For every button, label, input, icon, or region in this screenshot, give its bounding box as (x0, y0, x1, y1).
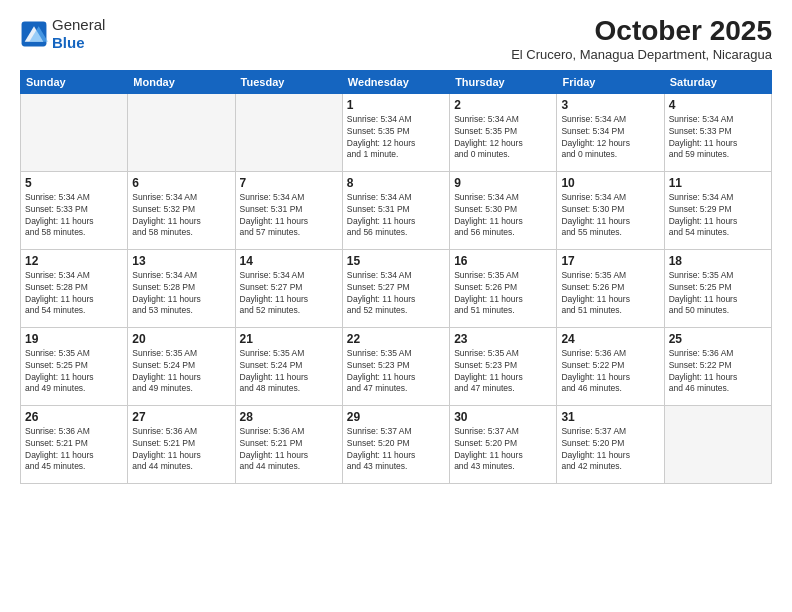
calendar-cell: 27Sunrise: 5:36 AM Sunset: 5:21 PM Dayli… (128, 405, 235, 483)
day-info: Sunrise: 5:34 AM Sunset: 5:34 PM Dayligh… (561, 114, 659, 162)
header: General Blue October 2025 El Crucero, Ma… (20, 16, 772, 62)
logo-icon (20, 20, 48, 48)
calendar-cell: 10Sunrise: 5:34 AM Sunset: 5:30 PM Dayli… (557, 171, 664, 249)
location: El Crucero, Managua Department, Nicaragu… (511, 47, 772, 62)
day-number: 9 (454, 176, 552, 190)
day-number: 4 (669, 98, 767, 112)
day-info: Sunrise: 5:34 AM Sunset: 5:29 PM Dayligh… (669, 192, 767, 240)
calendar-week-1: 1Sunrise: 5:34 AM Sunset: 5:35 PM Daylig… (21, 93, 772, 171)
calendar-header-saturday: Saturday (664, 70, 771, 93)
calendar-cell: 9Sunrise: 5:34 AM Sunset: 5:30 PM Daylig… (450, 171, 557, 249)
calendar-week-3: 12Sunrise: 5:34 AM Sunset: 5:28 PM Dayli… (21, 249, 772, 327)
day-info: Sunrise: 5:35 AM Sunset: 5:23 PM Dayligh… (347, 348, 445, 396)
day-number: 8 (347, 176, 445, 190)
day-number: 10 (561, 176, 659, 190)
day-info: Sunrise: 5:34 AM Sunset: 5:35 PM Dayligh… (454, 114, 552, 162)
calendar-header-row: SundayMondayTuesdayWednesdayThursdayFrid… (21, 70, 772, 93)
calendar-week-2: 5Sunrise: 5:34 AM Sunset: 5:33 PM Daylig… (21, 171, 772, 249)
day-number: 11 (669, 176, 767, 190)
calendar-header-friday: Friday (557, 70, 664, 93)
calendar-header-tuesday: Tuesday (235, 70, 342, 93)
day-info: Sunrise: 5:34 AM Sunset: 5:31 PM Dayligh… (347, 192, 445, 240)
calendar-cell: 19Sunrise: 5:35 AM Sunset: 5:25 PM Dayli… (21, 327, 128, 405)
calendar-cell (664, 405, 771, 483)
calendar-header-wednesday: Wednesday (342, 70, 449, 93)
calendar-cell: 12Sunrise: 5:34 AM Sunset: 5:28 PM Dayli… (21, 249, 128, 327)
calendar-cell (235, 93, 342, 171)
calendar-header-thursday: Thursday (450, 70, 557, 93)
page: General Blue October 2025 El Crucero, Ma… (0, 0, 792, 612)
day-info: Sunrise: 5:35 AM Sunset: 5:24 PM Dayligh… (132, 348, 230, 396)
calendar-table: SundayMondayTuesdayWednesdayThursdayFrid… (20, 70, 772, 484)
calendar-cell: 2Sunrise: 5:34 AM Sunset: 5:35 PM Daylig… (450, 93, 557, 171)
calendar-cell (128, 93, 235, 171)
day-info: Sunrise: 5:34 AM Sunset: 5:28 PM Dayligh… (132, 270, 230, 318)
day-info: Sunrise: 5:37 AM Sunset: 5:20 PM Dayligh… (347, 426, 445, 474)
calendar-cell: 4Sunrise: 5:34 AM Sunset: 5:33 PM Daylig… (664, 93, 771, 171)
calendar-header-monday: Monday (128, 70, 235, 93)
day-number: 6 (132, 176, 230, 190)
calendar-cell: 26Sunrise: 5:36 AM Sunset: 5:21 PM Dayli… (21, 405, 128, 483)
month-title: October 2025 (511, 16, 772, 47)
day-info: Sunrise: 5:34 AM Sunset: 5:30 PM Dayligh… (454, 192, 552, 240)
day-number: 29 (347, 410, 445, 424)
day-info: Sunrise: 5:34 AM Sunset: 5:27 PM Dayligh… (347, 270, 445, 318)
calendar-cell: 23Sunrise: 5:35 AM Sunset: 5:23 PM Dayli… (450, 327, 557, 405)
day-number: 18 (669, 254, 767, 268)
calendar-cell: 25Sunrise: 5:36 AM Sunset: 5:22 PM Dayli… (664, 327, 771, 405)
calendar-cell: 8Sunrise: 5:34 AM Sunset: 5:31 PM Daylig… (342, 171, 449, 249)
calendar-cell: 11Sunrise: 5:34 AM Sunset: 5:29 PM Dayli… (664, 171, 771, 249)
day-number: 17 (561, 254, 659, 268)
logo: General Blue (20, 16, 105, 52)
calendar-cell: 18Sunrise: 5:35 AM Sunset: 5:25 PM Dayli… (664, 249, 771, 327)
calendar-cell: 24Sunrise: 5:36 AM Sunset: 5:22 PM Dayli… (557, 327, 664, 405)
calendar-week-4: 19Sunrise: 5:35 AM Sunset: 5:25 PM Dayli… (21, 327, 772, 405)
day-info: Sunrise: 5:37 AM Sunset: 5:20 PM Dayligh… (561, 426, 659, 474)
day-info: Sunrise: 5:34 AM Sunset: 5:28 PM Dayligh… (25, 270, 123, 318)
day-number: 5 (25, 176, 123, 190)
day-number: 19 (25, 332, 123, 346)
logo-text: General Blue (52, 16, 105, 52)
calendar-cell: 20Sunrise: 5:35 AM Sunset: 5:24 PM Dayli… (128, 327, 235, 405)
day-number: 26 (25, 410, 123, 424)
calendar-cell: 14Sunrise: 5:34 AM Sunset: 5:27 PM Dayli… (235, 249, 342, 327)
calendar-cell: 22Sunrise: 5:35 AM Sunset: 5:23 PM Dayli… (342, 327, 449, 405)
day-info: Sunrise: 5:34 AM Sunset: 5:32 PM Dayligh… (132, 192, 230, 240)
day-info: Sunrise: 5:37 AM Sunset: 5:20 PM Dayligh… (454, 426, 552, 474)
day-number: 31 (561, 410, 659, 424)
calendar-header-sunday: Sunday (21, 70, 128, 93)
calendar-cell: 31Sunrise: 5:37 AM Sunset: 5:20 PM Dayli… (557, 405, 664, 483)
day-number: 15 (347, 254, 445, 268)
day-info: Sunrise: 5:35 AM Sunset: 5:26 PM Dayligh… (454, 270, 552, 318)
day-info: Sunrise: 5:36 AM Sunset: 5:22 PM Dayligh… (561, 348, 659, 396)
day-info: Sunrise: 5:35 AM Sunset: 5:25 PM Dayligh… (669, 270, 767, 318)
calendar-cell: 21Sunrise: 5:35 AM Sunset: 5:24 PM Dayli… (235, 327, 342, 405)
calendar-cell: 17Sunrise: 5:35 AM Sunset: 5:26 PM Dayli… (557, 249, 664, 327)
calendar-cell (21, 93, 128, 171)
calendar-cell: 16Sunrise: 5:35 AM Sunset: 5:26 PM Dayli… (450, 249, 557, 327)
day-number: 21 (240, 332, 338, 346)
day-info: Sunrise: 5:36 AM Sunset: 5:21 PM Dayligh… (25, 426, 123, 474)
day-info: Sunrise: 5:34 AM Sunset: 5:33 PM Dayligh… (669, 114, 767, 162)
title-area: October 2025 El Crucero, Managua Departm… (511, 16, 772, 62)
day-number: 27 (132, 410, 230, 424)
calendar-cell: 3Sunrise: 5:34 AM Sunset: 5:34 PM Daylig… (557, 93, 664, 171)
day-number: 20 (132, 332, 230, 346)
day-number: 24 (561, 332, 659, 346)
day-info: Sunrise: 5:34 AM Sunset: 5:33 PM Dayligh… (25, 192, 123, 240)
calendar-cell: 30Sunrise: 5:37 AM Sunset: 5:20 PM Dayli… (450, 405, 557, 483)
day-info: Sunrise: 5:35 AM Sunset: 5:26 PM Dayligh… (561, 270, 659, 318)
calendar-cell: 6Sunrise: 5:34 AM Sunset: 5:32 PM Daylig… (128, 171, 235, 249)
day-info: Sunrise: 5:35 AM Sunset: 5:25 PM Dayligh… (25, 348, 123, 396)
day-number: 3 (561, 98, 659, 112)
day-info: Sunrise: 5:35 AM Sunset: 5:23 PM Dayligh… (454, 348, 552, 396)
day-number: 25 (669, 332, 767, 346)
day-number: 22 (347, 332, 445, 346)
day-number: 2 (454, 98, 552, 112)
day-number: 16 (454, 254, 552, 268)
logo-blue: Blue (52, 34, 105, 52)
calendar-cell: 7Sunrise: 5:34 AM Sunset: 5:31 PM Daylig… (235, 171, 342, 249)
calendar-week-5: 26Sunrise: 5:36 AM Sunset: 5:21 PM Dayli… (21, 405, 772, 483)
calendar-cell: 29Sunrise: 5:37 AM Sunset: 5:20 PM Dayli… (342, 405, 449, 483)
day-number: 23 (454, 332, 552, 346)
